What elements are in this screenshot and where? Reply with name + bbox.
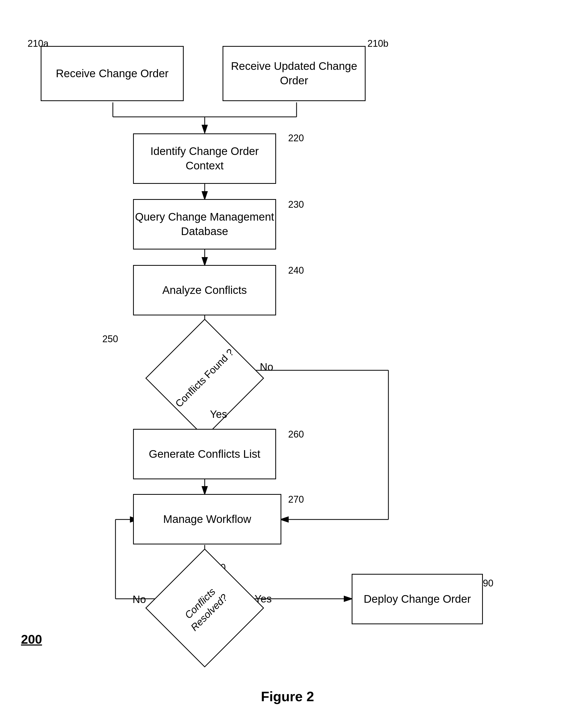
deploy-change-order-box: Deploy Change Order [352, 574, 483, 624]
conflicts-found-diamond: Conflicts Found ? [163, 336, 247, 420]
main-diagram-ref: 200 [21, 632, 42, 646]
no-label-conflicts-found: No [260, 361, 273, 373]
ref-210b: 210b [367, 38, 388, 49]
receive-updated-change-order-box: Receive Updated Change Order [223, 46, 366, 101]
flowchart-diagram: 210a Receive Change Order 210b Receive U… [0, 0, 575, 728]
manage-workflow-box: Manage Workflow [133, 494, 281, 544]
ref-260: 260 [288, 429, 304, 440]
ref-250: 250 [102, 334, 118, 345]
figure-caption: Figure 2 [261, 689, 314, 704]
ref-230: 230 [288, 199, 304, 210]
identify-context-box: Identify Change Order Context [133, 133, 276, 184]
ref-270: 270 [288, 494, 304, 505]
analyze-conflicts-box: Analyze Conflicts [133, 265, 276, 315]
receive-change-order-box: Receive Change Order [41, 46, 184, 101]
ref-220: 220 [288, 133, 304, 144]
arrows-svg [0, 0, 575, 728]
ref-240: 240 [288, 265, 304, 276]
query-db-box: Query Change Management Database [133, 199, 276, 250]
conflicts-resolved-diamond: Conflicts Resolved? [163, 566, 247, 650]
no-label-conflicts-resolved: No [133, 594, 146, 605]
